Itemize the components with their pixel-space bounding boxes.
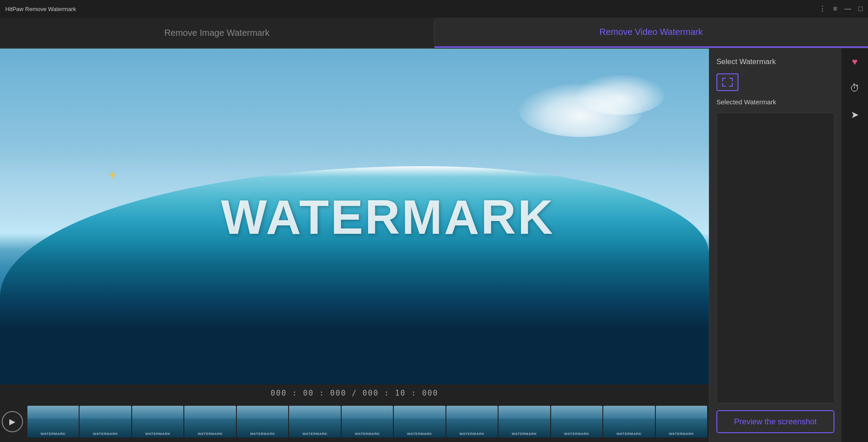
selected-watermark-preview — [716, 113, 834, 403]
app-layout: WATERMARK + 000 : 00 : 000 / 000 : 10 : … — [0, 49, 868, 442]
titlebar-menu-btn[interactable]: ≡ — [833, 5, 837, 12]
titlebar-left: HitPaw Remove Watermark — [5, 6, 76, 12]
time-current: 000 : 00 : 000 — [270, 389, 346, 397]
send-icon[interactable]: ➤ — [846, 106, 864, 124]
time-total: 000 : 10 : 000 — [362, 389, 438, 397]
tab-image-watermark[interactable]: Remove Image Watermark — [0, 18, 434, 48]
time-display: 000 : 00 : 000 / 000 : 10 : 000 — [0, 385, 709, 401]
film-frame: WATERMARK — [184, 406, 236, 438]
selection-box-icon — [722, 78, 733, 87]
select-watermark-title: Select Watermark — [716, 57, 834, 66]
video-area: WATERMARK + 000 : 00 : 000 / 000 : 10 : … — [0, 49, 709, 442]
film-frames: WATERMARKWATERMARKWATERMARKWATERMARKWATE… — [27, 406, 707, 438]
heart-icon[interactable]: ♥ — [846, 53, 864, 71]
right-sidebar: Select Watermark Selected Watermark Prev… — [709, 49, 841, 442]
tab-image-watermark-label: Remove Image Watermark — [164, 28, 270, 38]
titlebar: HitPaw Remove Watermark ⋮ ≡ — □ — [0, 0, 868, 18]
preview-screenshot-button[interactable]: Preview the screenshot — [716, 410, 834, 433]
selected-watermark-title: Selected Watermark — [716, 98, 834, 106]
timeline-strip: ▶ WATERMARKWATERMARKWATERMARKWATERMARKWA… — [0, 401, 709, 442]
film-frame: WATERMARK — [394, 406, 445, 438]
play-button[interactable]: ▶ — [2, 411, 23, 432]
film-frame: WATERMARK — [289, 406, 340, 438]
video-scene — [0, 49, 709, 385]
titlebar-minimize-btn[interactable]: — — [844, 5, 851, 12]
film-frame: WATERMARK — [342, 406, 393, 438]
film-frame: WATERMARK — [603, 406, 655, 438]
corner-tr — [729, 78, 733, 81]
tabbar: Remove Image Watermark Remove Video Wate… — [0, 18, 868, 49]
clock-icon[interactable]: ⏱ — [846, 80, 864, 97]
select-watermark-button[interactable] — [716, 73, 739, 91]
app-name: HitPaw Remove Watermark — [5, 6, 76, 12]
titlebar-controls: ⋮ ≡ — □ — [819, 5, 863, 12]
cloud2 — [576, 75, 665, 115]
corner-br — [729, 83, 733, 87]
time-separator: / — [346, 389, 363, 397]
titlebar-maximize-btn[interactable]: □ — [858, 5, 863, 12]
far-right-icons: ♥ ⏱ ➤ — [841, 49, 868, 442]
film-frame: WATERMARK — [551, 406, 602, 438]
tab-video-watermark[interactable]: Remove Video Watermark — [434, 18, 868, 48]
titlebar-unknown-btn[interactable]: ⋮ — [819, 5, 826, 12]
film-frame: WATERMARK — [132, 406, 183, 438]
tab-video-watermark-label: Remove Video Watermark — [600, 27, 703, 37]
corner-bl — [722, 83, 726, 87]
film-frame: WATERMARK — [80, 406, 131, 438]
film-frame: WATERMARK — [237, 406, 288, 438]
film-frame: WATERMARK — [499, 406, 550, 438]
video-player[interactable]: WATERMARK + — [0, 49, 709, 385]
film-frame: WATERMARK — [656, 406, 707, 438]
wave — [0, 166, 709, 385]
corner-tl — [722, 78, 726, 81]
film-frame: WATERMARK — [27, 406, 79, 438]
film-frame: WATERMARK — [446, 406, 498, 438]
timeline-area: 000 : 00 : 000 / 000 : 10 : 000 ▶ WATERM… — [0, 385, 709, 442]
